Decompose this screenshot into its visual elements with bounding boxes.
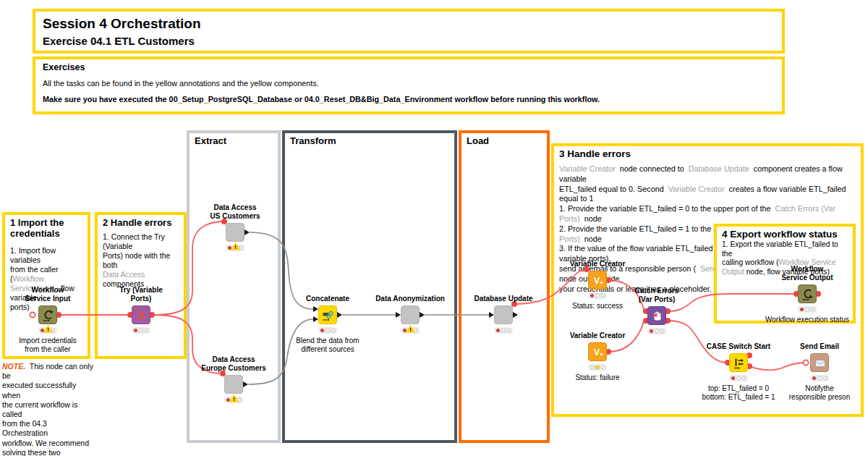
traffic-light: ! [224, 397, 243, 403]
node-label: Variable Creator [548, 332, 647, 340]
node-body[interactable] [132, 305, 150, 324]
traffic-light [494, 327, 513, 334]
svg-text:+: + [600, 279, 603, 287]
node-body[interactable] [401, 305, 420, 324]
traffic-light [588, 364, 607, 371]
node-body[interactable] [224, 375, 243, 394]
node-try-variable-ports[interactable]: Try (Variable Ports) [98, 305, 184, 324]
node-body[interactable]: V + [588, 271, 607, 290]
traffic-light [647, 328, 666, 334]
node-label: Variable Creator [548, 260, 647, 269]
case-switch-icon [732, 356, 746, 371]
node-data-access-us-customers[interactable]: Data Access US Customers ! [192, 223, 278, 242]
traffic-light [810, 375, 829, 381]
traffic-light [729, 375, 748, 381]
node-label: Send Email [770, 342, 868, 351]
node-body[interactable] [798, 284, 817, 303]
traffic-light [132, 327, 150, 334]
node-database-update[interactable]: Database Update [460, 305, 547, 324]
node-label: Try (Variable Ports) [92, 286, 190, 303]
node-body[interactable] [318, 305, 337, 324]
node-caption: Blend the data from different sources [273, 337, 382, 353]
svg-text:V: V [594, 347, 600, 358]
node-send-email[interactable]: Send Email Notifythe responsible preson [776, 353, 863, 372]
svg-text:V: V [594, 276, 600, 286]
node-label: Data Anonymization [361, 295, 459, 303]
traffic-light [798, 306, 817, 313]
node-body[interactable] [226, 223, 244, 242]
node-case-switch-start[interactable]: CASE Switch Start top: ETL_failed = 0 bo… [695, 353, 782, 372]
workflow-service-input-icon [41, 308, 56, 323]
node-body[interactable]: V + [588, 342, 607, 361]
traffic-light: ! [401, 327, 420, 334]
node-caption: Status: failure [543, 373, 652, 382]
node-workflow-service-input[interactable]: Workflow Service Input ! Import credenti… [4, 305, 91, 324]
node-caption: Workflow execution status [753, 316, 861, 324]
traffic-light [588, 292, 607, 299]
node-caption: Import credentials from the caller [0, 337, 102, 353]
node-variable-creator-failure[interactable]: Variable Creator V + Status: failure [554, 342, 641, 361]
variable-creator-icon: V + [591, 274, 605, 288]
node-concatenate[interactable]: Concatenate Blend the data from differen… [284, 305, 371, 324]
variable-creator-icon: V + [591, 345, 605, 360]
catch-errors-hand-icon [650, 309, 665, 324]
try-icon [135, 308, 149, 323]
node-label: Catch Errors (Var Ports) [608, 287, 706, 303]
workflow-service-output-icon [801, 287, 815, 302]
node-body[interactable] [810, 353, 829, 372]
traffic-light: ! [38, 327, 57, 334]
node-label: Workflow Service Input [0, 286, 97, 303]
node-body[interactable] [647, 306, 666, 325]
concatenate-icon [321, 308, 336, 323]
node-workflow-service-output[interactable]: Workflow Service Output Workflow executi… [764, 284, 851, 303]
node-data-access-europe-customers[interactable]: Data Access Europe Customers ! [190, 375, 277, 394]
email-icon [813, 356, 827, 371]
node-label: Data Access Europe Customers [184, 355, 283, 372]
node-body[interactable] [494, 305, 513, 324]
node-label: Workflow Service Output [758, 265, 856, 282]
node-catch-errors-var-ports[interactable]: Catch Errors (Var Ports) [613, 306, 700, 325]
node-body[interactable] [729, 353, 748, 372]
node-label: Database Update [454, 295, 553, 303]
node-caption: Notifythe responsible preson [765, 384, 868, 401]
svg-text:+: + [600, 351, 603, 358]
node-body[interactable] [38, 305, 57, 324]
node-data-anonymization[interactable]: Data Anonymization ! [367, 305, 454, 324]
node-label: Data Access US Customers [186, 203, 284, 220]
traffic-light: ! [226, 245, 244, 251]
traffic-light [318, 327, 337, 334]
